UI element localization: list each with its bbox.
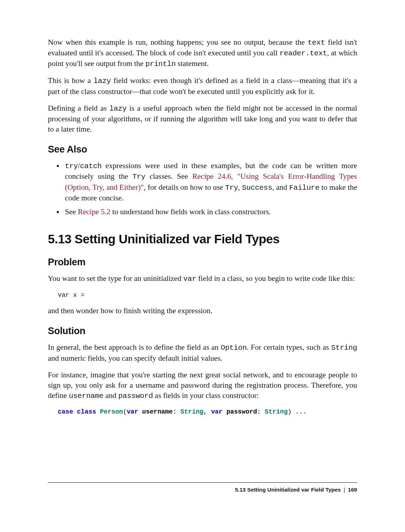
inline-code: try bbox=[65, 162, 78, 170]
see-also-list: try/catch expressions were used in these… bbox=[48, 161, 357, 217]
inline-code: username bbox=[69, 392, 104, 400]
inline-code: println bbox=[145, 60, 176, 68]
section-heading: 5.13 Setting Uninitialized var Field Typ… bbox=[48, 231, 357, 247]
identifier: username bbox=[142, 408, 173, 415]
list-item: try/catch expressions were used in these… bbox=[63, 161, 357, 203]
inline-code: Try bbox=[132, 173, 145, 181]
paren: ) ... bbox=[288, 408, 307, 415]
body-paragraph: For instance, imagine that you're starti… bbox=[48, 370, 357, 401]
inline-code: lazy bbox=[109, 105, 127, 113]
inline-code: catch bbox=[80, 162, 102, 170]
text-run: and numeric fields, you can specify defa… bbox=[48, 354, 222, 362]
inline-code: password bbox=[118, 392, 153, 400]
xref-link-recipe-5-2[interactable]: Recipe 5.2 bbox=[78, 207, 110, 216]
see-also-heading: See Also bbox=[48, 143, 357, 156]
text-run: and bbox=[104, 391, 118, 400]
text-run: Now when this example is run, nothing ha… bbox=[48, 38, 308, 46]
footer-separator: | bbox=[344, 487, 345, 493]
body-paragraph: Now when this example is run, nothing ha… bbox=[48, 37, 357, 69]
inline-code: Suc​cess bbox=[242, 184, 272, 192]
kw-class: class bbox=[77, 408, 96, 415]
text-run: Defining a field as bbox=[48, 104, 109, 112]
kw-case: case bbox=[58, 408, 73, 415]
text-run: field in a class, so you begin to write … bbox=[196, 274, 355, 283]
problem-heading: Problem bbox=[48, 256, 357, 268]
text-run: statement. bbox=[176, 59, 209, 68]
identifier: password bbox=[226, 408, 257, 415]
code-block: var x = bbox=[58, 291, 357, 299]
inline-code: Try bbox=[225, 184, 238, 192]
type-string: String bbox=[265, 408, 288, 415]
solution-heading: Solution bbox=[48, 325, 357, 337]
body-paragraph: You want to set the type for an uninitia… bbox=[48, 273, 357, 284]
kw-var: var bbox=[127, 408, 138, 415]
kw-var: var bbox=[211, 408, 222, 415]
text-run: This is how a bbox=[48, 76, 94, 85]
footer-page-number: 169 bbox=[348, 487, 357, 493]
inline-code: Option bbox=[221, 344, 246, 352]
text-run: to understand how fields work in class c… bbox=[110, 207, 271, 216]
list-item: See Recipe 5.2 to understand how fields … bbox=[63, 207, 357, 217]
page-footer: 5.13 Setting Uninitialized var Field Typ… bbox=[48, 482, 357, 494]
text-run: See bbox=[65, 207, 78, 216]
footer-chapter-title: 5.13 Setting Uninitialized var Field Typ… bbox=[235, 487, 341, 493]
body-paragraph: Defining a field as lazy is a useful app… bbox=[48, 103, 357, 134]
inline-code: Failure bbox=[289, 184, 319, 192]
inline-code: text bbox=[308, 39, 325, 47]
text-run: classes. See bbox=[145, 172, 192, 181]
book-page: Now when this example is run, nothing ha… bbox=[0, 0, 405, 532]
text-run: . For certain types, such as bbox=[247, 343, 331, 351]
text-run: In general, the best approach is to defi… bbox=[48, 343, 221, 351]
text-run: , bbox=[238, 183, 242, 192]
inline-code: reader.text bbox=[279, 49, 327, 57]
body-paragraph: and then wonder how to finish writing th… bbox=[48, 306, 357, 316]
text-run: , for details on how to use bbox=[144, 183, 225, 192]
text-run: You want to set the type for an uninitia… bbox=[48, 274, 183, 283]
inline-code: String bbox=[331, 344, 357, 352]
text-run: as fields in your class constructor: bbox=[153, 391, 259, 400]
inline-code: lazy bbox=[94, 77, 111, 85]
type-person: Person bbox=[100, 408, 123, 415]
body-paragraph: This is how a lazy field works: even tho… bbox=[48, 76, 357, 96]
type-string: String bbox=[181, 408, 204, 415]
text-run: , and bbox=[272, 183, 289, 192]
body-paragraph: In general, the best approach is to defi… bbox=[48, 342, 357, 363]
syntax-code-block: case class Person(var username: String, … bbox=[58, 408, 357, 416]
paren: ( bbox=[123, 408, 127, 415]
inline-code: var bbox=[183, 275, 196, 283]
